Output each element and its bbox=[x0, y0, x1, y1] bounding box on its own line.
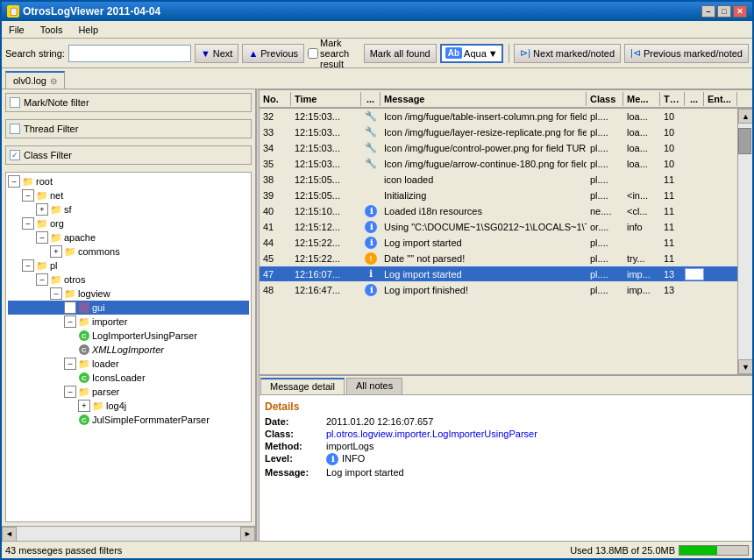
prev-marked-button[interactable]: |⊲ Previous marked/noted bbox=[624, 44, 749, 63]
tab-close-icon[interactable]: ⊖ bbox=[50, 76, 57, 86]
tree-label-root: root bbox=[36, 176, 53, 187]
tree-item-iconsloader[interactable]: C IconsLoader bbox=[8, 371, 249, 385]
next-button[interactable]: ▼ Next bbox=[195, 44, 239, 63]
expander-importer[interactable]: – bbox=[64, 315, 76, 328]
col-msg[interactable]: Message bbox=[381, 92, 587, 106]
sidebar-h-scrollbar[interactable]: ◄ ► bbox=[2, 526, 255, 541]
table-row[interactable]: 44 12:15:22... ℹ Log import started pl..… bbox=[260, 235, 737, 251]
tree-item-otros[interactable]: – 📁 otros bbox=[8, 273, 249, 287]
table-row[interactable]: 39 12:15:05... Initializing pl.... <in..… bbox=[260, 188, 737, 203]
table-v-scrollbar[interactable]: ▲ ▼ bbox=[737, 109, 752, 374]
class-value[interactable]: pl.otros.logview.importer.LogImporterUsi… bbox=[326, 429, 537, 439]
folder-icon-loader: 📁 bbox=[78, 358, 90, 370]
folder-icon-apache: 📁 bbox=[50, 231, 62, 244]
cell-no-34: 34 bbox=[260, 142, 291, 154]
expander-sf[interactable]: + bbox=[36, 203, 48, 216]
expander-net[interactable]: – bbox=[22, 189, 34, 202]
col-ent[interactable]: Ent... bbox=[704, 92, 737, 106]
scroll-down-btn[interactable]: ▼ bbox=[738, 359, 752, 374]
tree-item-parser[interactable]: – 📁 parser bbox=[8, 385, 249, 399]
col-me[interactable]: Me... bbox=[623, 92, 660, 106]
menu-help[interactable]: Help bbox=[75, 24, 102, 36]
menu-tools[interactable]: Tools bbox=[37, 24, 67, 36]
h-scroll-track[interactable] bbox=[17, 527, 240, 542]
h-scroll-left-btn[interactable]: ◄ bbox=[2, 527, 17, 542]
next-marked-button[interactable]: ⊳| Next marked/noted bbox=[514, 44, 621, 63]
expander-pl[interactable]: – bbox=[22, 259, 34, 272]
col-no[interactable]: No. bbox=[260, 92, 291, 106]
close-button[interactable]: ✕ bbox=[733, 5, 747, 18]
table-row[interactable]: 34 12:15:03... 🔧 Icon /img/fugue/control… bbox=[260, 140, 737, 156]
expander-otros[interactable]: – bbox=[36, 273, 48, 286]
menu-file[interactable]: File bbox=[5, 24, 28, 36]
tree-item-xmllogimporter[interactable]: C XMLLogImporter bbox=[8, 343, 249, 357]
expander-parser[interactable]: – bbox=[64, 386, 76, 398]
tree-item-logimporterusingparser[interactable]: C LogImporterUsingParser bbox=[8, 329, 249, 343]
table-row-selected[interactable]: 47 12:16:07... ℹ Log import started pl..… bbox=[260, 266, 737, 282]
folder-icon-pl: 📁 bbox=[36, 259, 48, 272]
expander-org[interactable]: – bbox=[22, 217, 34, 230]
expander-commons[interactable]: + bbox=[50, 245, 62, 258]
tab-message-detail[interactable]: Message detail bbox=[260, 378, 345, 394]
tree-item-loader[interactable]: – 📁 loader bbox=[8, 357, 249, 371]
class-filter-checkbox[interactable] bbox=[10, 150, 20, 160]
cell-th-33: 10 bbox=[660, 126, 685, 138]
table-row[interactable]: 48 12:16:47... ℹ Log import finished! pl… bbox=[260, 282, 737, 298]
thread-filter-checkbox[interactable] bbox=[10, 124, 20, 134]
table-header-scroll-space bbox=[737, 89, 752, 109]
tree-item-importer[interactable]: – 📁 importer bbox=[8, 315, 249, 329]
col-dots2[interactable]: ... bbox=[685, 92, 704, 106]
table-row[interactable]: 33 12:15:03... 🔧 Icon /img/fugue/layer-r… bbox=[260, 124, 737, 140]
cell-no-40: 40 bbox=[260, 205, 291, 217]
prev-marked-label: Previous marked/noted bbox=[644, 48, 743, 59]
tree-item-logview[interactable]: – 📁 logview bbox=[8, 287, 249, 301]
expander-root[interactable]: – bbox=[8, 175, 20, 188]
tree-item-commons[interactable]: + 📁 commons bbox=[8, 245, 249, 259]
maximize-button[interactable]: □ bbox=[717, 5, 731, 18]
expander-gui[interactable]: – bbox=[64, 301, 76, 314]
expander-loader[interactable]: – bbox=[64, 358, 76, 370]
expander-apache[interactable]: – bbox=[36, 231, 48, 244]
scroll-up-btn[interactable]: ▲ bbox=[738, 109, 752, 124]
tree-item-root[interactable]: – 📁 root bbox=[8, 174, 249, 188]
tree-item-org[interactable]: – 📁 org bbox=[8, 216, 249, 230]
col-time[interactable]: Time bbox=[291, 92, 361, 106]
tree-item-net[interactable]: – 📁 net bbox=[8, 188, 249, 202]
expander-log4j[interactable]: + bbox=[78, 400, 90, 412]
table-body[interactable]: 32 12:15:03... 🔧 Icon /img/fugue/table-i… bbox=[260, 109, 737, 374]
aqua-dropdown[interactable]: Ab Aqua ▼ bbox=[440, 44, 503, 63]
tab-olv0[interactable]: olv0.log ⊖ bbox=[5, 71, 65, 89]
col-dots[interactable]: ... bbox=[361, 92, 381, 106]
cell-me-35: loa... bbox=[623, 158, 660, 170]
tree-item-log4j[interactable]: + 📁 log4j bbox=[8, 399, 249, 413]
table-row[interactable]: 32 12:15:03... 🔧 Icon /img/fugue/table-i… bbox=[260, 109, 737, 124]
scroll-thumb[interactable] bbox=[738, 128, 751, 154]
previous-button[interactable]: ▲ Previous bbox=[242, 44, 304, 63]
table-row[interactable]: 38 12:15:05... icon loaded pl.... 11 bbox=[260, 172, 737, 188]
col-th[interactable]: Th... bbox=[660, 92, 685, 106]
expander-logview[interactable]: – bbox=[50, 287, 62, 300]
tree-item-gui[interactable]: – gui bbox=[8, 301, 249, 315]
mark-search-checkbox[interactable] bbox=[308, 48, 318, 59]
mark-note-checkbox[interactable] bbox=[10, 97, 20, 108]
table-row[interactable]: 45 12:15:22... ! Date "" not parsed! pl.… bbox=[260, 251, 737, 266]
cell-no-39: 39 bbox=[260, 189, 291, 202]
table-row[interactable]: 35 12:15:03... 🔧 Icon /img/fugue/arrow-c… bbox=[260, 156, 737, 172]
h-scroll-right-btn[interactable]: ► bbox=[240, 527, 255, 542]
tree-item-apache[interactable]: – 📁 apache bbox=[8, 230, 249, 245]
search-input[interactable] bbox=[68, 45, 191, 62]
tree-item-julparser[interactable]: C JulSimpleFormmaterParser bbox=[8, 413, 249, 427]
mark-search-container: Mark search result bbox=[308, 38, 360, 69]
class-tree[interactable]: – 📁 root – 📁 net + 📁 sf – bbox=[5, 172, 252, 522]
tab-all-notes[interactable]: All notes bbox=[346, 378, 402, 394]
cell-ent-45 bbox=[704, 258, 737, 259]
table-row[interactable]: 41 12:15:12... ℹ Using "C:\DOCUME~1\SG02… bbox=[260, 219, 737, 235]
cell-dots2-38 bbox=[685, 179, 704, 181]
tree-item-sf[interactable]: + 📁 sf bbox=[8, 202, 249, 216]
col-class[interactable]: Class bbox=[587, 92, 623, 106]
scroll-track[interactable] bbox=[738, 124, 752, 359]
table-row[interactable]: 40 12:15:10... ℹ Loaded i18n resources n… bbox=[260, 203, 737, 219]
tree-item-pl[interactable]: – 📁 pl bbox=[8, 259, 249, 273]
minimize-button[interactable]: – bbox=[701, 5, 715, 18]
mark-all-button[interactable]: Mark all found bbox=[364, 44, 437, 63]
